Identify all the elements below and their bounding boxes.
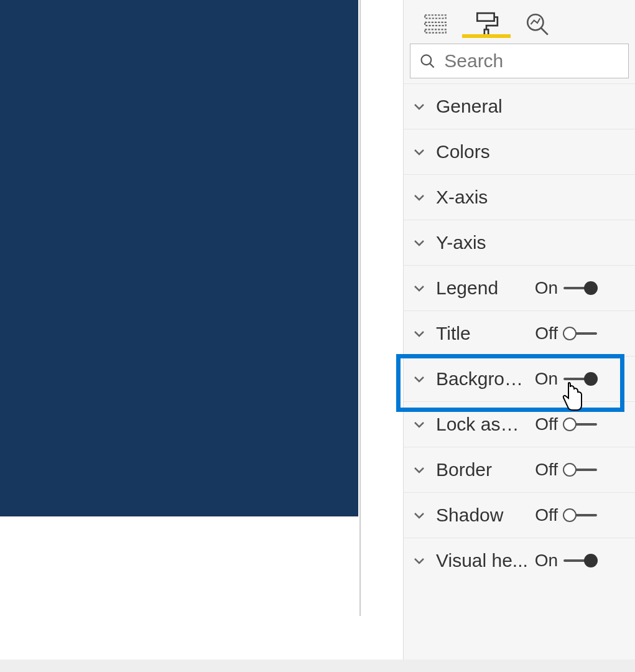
section-label: Y-axis bbox=[436, 232, 529, 253]
section-colors[interactable]: Colors bbox=[404, 129, 635, 174]
chevron-down-icon bbox=[410, 324, 429, 343]
toggle-state-text: On bbox=[529, 551, 558, 571]
chevron-down-icon bbox=[410, 370, 429, 388]
chevron-down-icon bbox=[410, 506, 429, 525]
background-toggle[interactable]: On bbox=[529, 369, 598, 389]
chevron-down-icon bbox=[410, 551, 429, 570]
visualheader-toggle[interactable]: On bbox=[529, 551, 598, 571]
toggle-switch[interactable] bbox=[563, 327, 598, 340]
svg-rect-0 bbox=[425, 15, 446, 18]
active-tab-indicator bbox=[462, 34, 511, 38]
toggle-state-text: Off bbox=[529, 414, 558, 434]
section-label: Border bbox=[436, 459, 529, 480]
section-label: General bbox=[436, 96, 529, 117]
section-label: Title bbox=[436, 323, 529, 344]
lockaspect-toggle[interactable]: Off bbox=[529, 414, 598, 434]
bottom-bar bbox=[0, 660, 635, 672]
chevron-down-icon bbox=[410, 233, 429, 252]
chevron-down-icon bbox=[410, 142, 429, 161]
legend-toggle[interactable]: On bbox=[529, 278, 598, 298]
report-canvas bbox=[0, 0, 361, 616]
title-toggle[interactable]: Off bbox=[529, 324, 598, 343]
format-tab[interactable] bbox=[473, 0, 499, 37]
chevron-down-icon bbox=[410, 188, 429, 207]
section-xaxis[interactable]: X-axis bbox=[404, 174, 635, 220]
format-pane: General Colors X-axis Y-axis Legend On bbox=[403, 0, 635, 672]
toggle-switch[interactable] bbox=[563, 418, 598, 431]
toggle-switch[interactable] bbox=[563, 463, 598, 477]
section-label: Colors bbox=[436, 141, 529, 162]
visual-background[interactable] bbox=[0, 0, 358, 516]
chevron-down-icon bbox=[410, 279, 429, 297]
toggle-switch[interactable] bbox=[563, 554, 598, 567]
toggle-switch[interactable] bbox=[563, 372, 598, 386]
toggle-state-text: Off bbox=[529, 505, 558, 525]
section-label: X-axis bbox=[436, 187, 529, 208]
svg-line-8 bbox=[430, 63, 434, 67]
fields-tab[interactable] bbox=[422, 0, 448, 37]
toggle-state-text: On bbox=[529, 278, 558, 298]
toggle-state-text: Off bbox=[529, 324, 558, 343]
analytics-tab[interactable] bbox=[524, 0, 550, 37]
svg-rect-3 bbox=[477, 13, 494, 21]
section-label: Legend bbox=[436, 278, 529, 299]
chevron-down-icon bbox=[410, 97, 429, 116]
analytics-icon bbox=[524, 11, 550, 37]
section-label: Backgrou... bbox=[436, 368, 529, 390]
shadow-toggle[interactable]: Off bbox=[529, 505, 598, 525]
section-label: Visual he... bbox=[436, 550, 529, 571]
pane-tabs bbox=[404, 0, 635, 37]
section-background[interactable]: Backgrou... On bbox=[404, 356, 635, 401]
section-yaxis[interactable]: Y-axis bbox=[404, 220, 635, 265]
section-label: Shadow bbox=[436, 505, 529, 526]
section-title[interactable]: Title Off bbox=[404, 310, 635, 356]
section-visualheader[interactable]: Visual he... On bbox=[404, 538, 635, 583]
section-general[interactable]: General bbox=[404, 83, 635, 129]
fields-icon bbox=[422, 11, 448, 37]
toggle-switch[interactable] bbox=[563, 281, 598, 295]
paint-roller-icon bbox=[473, 11, 499, 37]
search-input[interactable] bbox=[444, 50, 619, 72]
svg-point-7 bbox=[422, 55, 432, 65]
toggle-switch[interactable] bbox=[563, 508, 598, 522]
svg-rect-1 bbox=[425, 22, 446, 26]
search-icon bbox=[419, 52, 435, 70]
section-lockaspect[interactable]: Lock aspe... Off bbox=[404, 401, 635, 447]
section-border[interactable]: Border Off bbox=[404, 447, 635, 492]
svg-rect-2 bbox=[425, 29, 446, 32]
search-box[interactable] bbox=[410, 44, 629, 78]
chevron-down-icon bbox=[410, 415, 429, 434]
section-label: Lock aspe... bbox=[436, 414, 529, 435]
svg-line-6 bbox=[540, 27, 548, 35]
section-legend[interactable]: Legend On bbox=[404, 265, 635, 310]
toggle-state-text: On bbox=[529, 369, 558, 389]
chevron-down-icon bbox=[410, 460, 429, 479]
section-shadow[interactable]: Shadow Off bbox=[404, 492, 635, 538]
border-toggle[interactable]: Off bbox=[529, 460, 598, 480]
toggle-state-text: Off bbox=[529, 460, 558, 480]
